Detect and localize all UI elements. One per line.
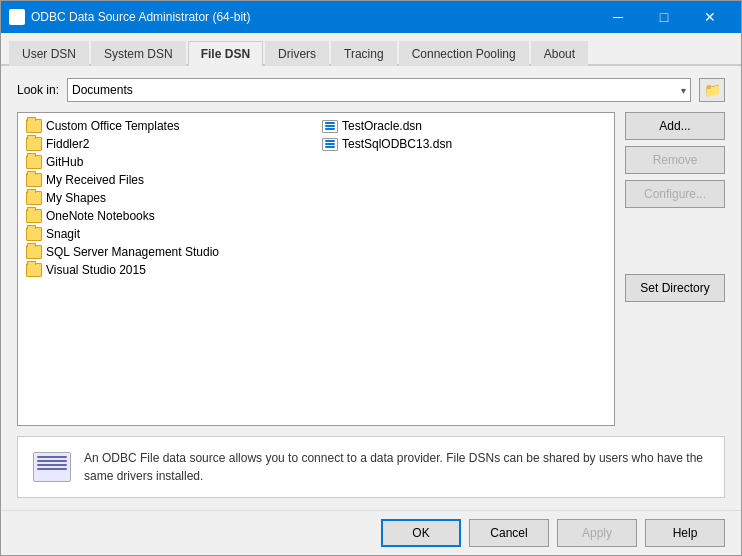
close-button[interactable]: ✕ <box>687 1 733 33</box>
look-in-dropdown[interactable]: Documents ▾ <box>67 78 691 102</box>
chevron-down-icon: ▾ <box>681 85 686 96</box>
tabs-bar: User DSN System DSN File DSN Drivers Tra… <box>1 33 741 66</box>
item-label: My Shapes <box>46 191 106 205</box>
dsn-file-icon <box>322 119 338 133</box>
apply-button[interactable]: Apply <box>557 519 637 547</box>
list-item[interactable]: My Shapes <box>20 189 316 207</box>
folder-icon <box>26 137 42 151</box>
main-area: Custom Office Templates Fiddler2 GitHub <box>17 112 725 426</box>
item-label: SQL Server Management Studio <box>46 245 219 259</box>
list-item[interactable]: Fiddler2 <box>20 135 316 153</box>
folder-icon <box>26 191 42 205</box>
minimize-button[interactable]: ─ <box>595 1 641 33</box>
folder-icon <box>26 209 42 223</box>
file-list[interactable]: Custom Office Templates Fiddler2 GitHub <box>17 112 615 426</box>
bottom-bar: OK Cancel Apply Help <box>1 510 741 555</box>
configure-button[interactable]: Configure... <box>625 180 725 208</box>
info-box: An ODBC File data source allows you to c… <box>17 436 725 498</box>
maximize-button[interactable]: □ <box>641 1 687 33</box>
folder-icon <box>26 119 42 133</box>
content-area: Look in: Documents ▾ 📁 Custom Office Tem… <box>1 66 741 510</box>
tab-user-dsn[interactable]: User DSN <box>9 41 89 66</box>
list-item[interactable]: Custom Office Templates <box>20 117 316 135</box>
cancel-button[interactable]: Cancel <box>469 519 549 547</box>
item-label: TestOracle.dsn <box>342 119 422 133</box>
side-buttons-panel: Add... Remove Configure... Set Directory <box>625 112 725 426</box>
tab-drivers[interactable]: Drivers <box>265 41 329 66</box>
look-in-label: Look in: <box>17 83 59 97</box>
title-controls: ─ □ ✕ <box>595 1 733 33</box>
list-item[interactable]: OneNote Notebooks <box>20 207 316 225</box>
tab-system-dsn[interactable]: System DSN <box>91 41 186 66</box>
list-item[interactable]: Snagit <box>20 225 316 243</box>
database-icon <box>33 452 71 482</box>
item-label: GitHub <box>46 155 83 169</box>
list-item[interactable]: GitHub <box>20 153 316 171</box>
list-item[interactable]: TestSqlODBC13.dsn <box>316 135 612 153</box>
window-title: ODBC Data Source Administrator (64-bit) <box>31 10 250 24</box>
browse-folder-button[interactable]: 📁 <box>699 78 725 102</box>
item-label: Custom Office Templates <box>46 119 180 133</box>
folder-icon <box>26 245 42 259</box>
tab-tracing[interactable]: Tracing <box>331 41 397 66</box>
list-item[interactable]: Visual Studio 2015 <box>20 261 316 279</box>
item-label: Fiddler2 <box>46 137 89 151</box>
main-window: 🗄 ODBC Data Source Administrator (64-bit… <box>0 0 742 556</box>
item-label: Snagit <box>46 227 80 241</box>
tab-file-dsn[interactable]: File DSN <box>188 41 263 66</box>
title-bar: 🗄 ODBC Data Source Administrator (64-bit… <box>1 1 741 33</box>
list-item[interactable]: My Received Files <box>20 171 316 189</box>
add-button[interactable]: Add... <box>625 112 725 140</box>
help-button[interactable]: Help <box>645 519 725 547</box>
app-icon: 🗄 <box>9 9 25 25</box>
look-in-value: Documents <box>72 83 133 97</box>
look-in-row: Look in: Documents ▾ 📁 <box>17 78 725 102</box>
folder-icon <box>26 173 42 187</box>
dsn-files-column: TestOracle.dsn TestSqlODBC13.dsn <box>316 117 612 279</box>
list-item[interactable]: TestOracle.dsn <box>316 117 612 135</box>
item-label: Visual Studio 2015 <box>46 263 146 277</box>
info-icon <box>32 447 72 487</box>
list-item[interactable]: SQL Server Management Studio <box>20 243 316 261</box>
item-label: My Received Files <box>46 173 144 187</box>
item-label: TestSqlODBC13.dsn <box>342 137 452 151</box>
item-label: OneNote Notebooks <box>46 209 155 223</box>
dsn-file-icon <box>322 137 338 151</box>
tab-connection-pooling[interactable]: Connection Pooling <box>399 41 529 66</box>
info-description: An ODBC File data source allows you to c… <box>84 449 710 485</box>
folder-icon <box>26 155 42 169</box>
tab-about[interactable]: About <box>531 41 588 66</box>
set-directory-button[interactable]: Set Directory <box>625 274 725 302</box>
folder-icon <box>26 263 42 277</box>
folders-column: Custom Office Templates Fiddler2 GitHub <box>20 117 316 279</box>
folder-icon <box>26 227 42 241</box>
ok-button[interactable]: OK <box>381 519 461 547</box>
remove-button[interactable]: Remove <box>625 146 725 174</box>
